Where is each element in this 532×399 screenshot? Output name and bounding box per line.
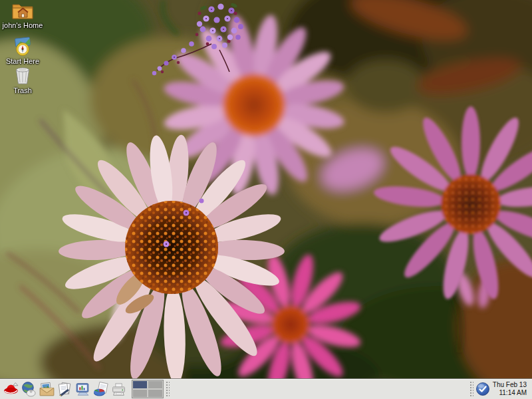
print-manager-icon — [110, 381, 127, 398]
home-folder-icon — [11, 2, 34, 21]
panel-drag-handle-left[interactable] — [166, 381, 170, 397]
main-menu-button[interactable] — [2, 380, 20, 398]
desktop-icon-label: Start Here — [6, 57, 39, 65]
spreadsheet-icon — [92, 381, 109, 398]
desktop: john's Home Start Here Trash — [0, 0, 532, 399]
word-processor-launcher[interactable] — [56, 380, 74, 398]
clock-date: Thu Feb 13 — [493, 381, 527, 390]
update-notifier-icon — [475, 382, 490, 396]
presentation-icon — [74, 381, 91, 398]
print-manager-launcher[interactable] — [110, 380, 128, 398]
taskbar-panel: Thu Feb 13 11:14 AM — [0, 378, 532, 399]
clock-time: 11:14 AM — [493, 389, 527, 398]
workspace-4[interactable] — [148, 390, 162, 397]
word-processor-icon — [57, 381, 73, 398]
main-menu-redhat-icon — [3, 381, 19, 398]
web-browser-launcher[interactable] — [20, 380, 38, 398]
desktop-icon-home[interactable]: john's Home — [3, 2, 42, 29]
workspace-3[interactable] — [133, 390, 147, 397]
wallpaper-image — [0, 0, 532, 399]
desktop-icon-start-here[interactable]: Start Here — [3, 37, 42, 65]
spreadsheet-launcher[interactable] — [92, 380, 110, 398]
start-here-icon — [13, 37, 33, 57]
workspace-1[interactable] — [133, 381, 147, 388]
desktop-icon-trash[interactable]: Trash — [3, 66, 42, 94]
web-browser-icon — [21, 381, 37, 398]
presentation-launcher[interactable] — [74, 380, 92, 398]
email-launcher[interactable] — [38, 380, 56, 398]
workspace-2[interactable] — [148, 381, 162, 388]
clock-applet[interactable]: Thu Feb 13 11:14 AM — [490, 381, 530, 398]
desktop-icon-label: john's Home — [3, 21, 43, 29]
desktop-icon-label: Trash — [13, 86, 32, 94]
workspace-switcher — [132, 380, 164, 398]
panel-drag-handle-right[interactable] — [469, 381, 473, 397]
update-notifier-button[interactable] — [475, 382, 490, 396]
trash-icon — [14, 66, 31, 86]
email-icon — [39, 381, 55, 398]
